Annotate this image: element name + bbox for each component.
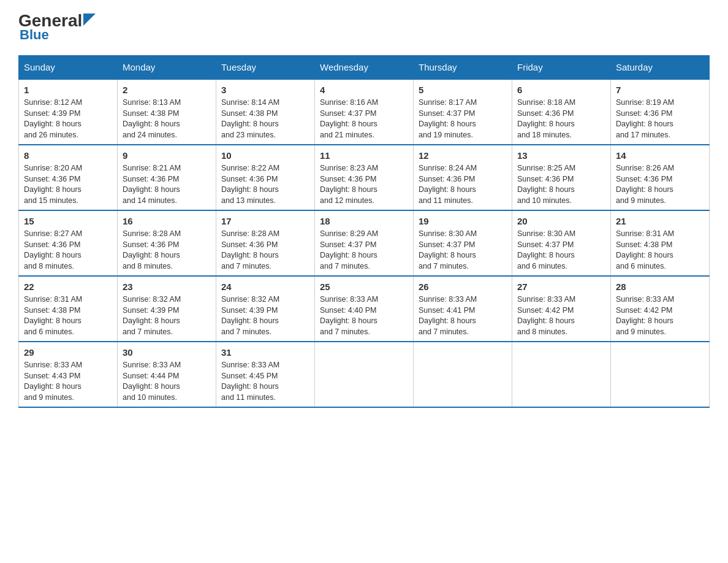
calendar-day-cell: 3Sunrise: 8:14 AMSunset: 4:38 PMDaylight… bbox=[216, 79, 315, 145]
day-info: Sunrise: 8:32 AMSunset: 4:39 PMDaylight:… bbox=[123, 294, 211, 337]
day-number: 26 bbox=[419, 280, 507, 293]
calendar-header-row: Sunday Monday Tuesday Wednesday Thursday… bbox=[19, 56, 710, 80]
calendar-day-cell: 25Sunrise: 8:33 AMSunset: 4:40 PMDayligh… bbox=[315, 276, 414, 342]
page-header: General Blue bbox=[18, 12, 710, 43]
calendar-day-cell: 31Sunrise: 8:33 AMSunset: 4:45 PMDayligh… bbox=[216, 342, 315, 407]
day-info: Sunrise: 8:33 AMSunset: 4:44 PMDaylight:… bbox=[123, 360, 211, 403]
day-number: 12 bbox=[419, 149, 507, 162]
calendar-day-cell bbox=[512, 342, 611, 407]
calendar-day-cell: 27Sunrise: 8:33 AMSunset: 4:42 PMDayligh… bbox=[512, 276, 611, 342]
day-info: Sunrise: 8:33 AMSunset: 4:43 PMDaylight:… bbox=[24, 360, 112, 403]
day-info: Sunrise: 8:33 AMSunset: 4:41 PMDaylight:… bbox=[419, 294, 507, 337]
calendar-day-cell: 16Sunrise: 8:28 AMSunset: 4:36 PMDayligh… bbox=[118, 210, 216, 276]
calendar-day-cell bbox=[414, 342, 512, 407]
col-saturday: Saturday bbox=[611, 56, 710, 80]
calendar-day-cell: 10Sunrise: 8:22 AMSunset: 4:36 PMDayligh… bbox=[216, 145, 315, 210]
calendar-day-cell: 7Sunrise: 8:19 AMSunset: 4:36 PMDaylight… bbox=[611, 79, 710, 145]
calendar-day-cell: 22Sunrise: 8:31 AMSunset: 4:38 PMDayligh… bbox=[19, 276, 118, 342]
day-info: Sunrise: 8:14 AMSunset: 4:38 PMDaylight:… bbox=[221, 98, 309, 140]
day-number: 4 bbox=[320, 83, 408, 96]
calendar-day-cell: 29Sunrise: 8:33 AMSunset: 4:43 PMDayligh… bbox=[19, 342, 118, 407]
calendar-day-cell: 15Sunrise: 8:27 AMSunset: 4:36 PMDayligh… bbox=[19, 210, 118, 276]
day-number: 14 bbox=[616, 149, 704, 162]
calendar-day-cell bbox=[611, 342, 710, 407]
col-sunday: Sunday bbox=[19, 56, 118, 80]
day-info: Sunrise: 8:24 AMSunset: 4:36 PMDaylight:… bbox=[419, 163, 507, 206]
day-info: Sunrise: 8:27 AMSunset: 4:36 PMDaylight:… bbox=[24, 229, 112, 272]
day-info: Sunrise: 8:25 AMSunset: 4:36 PMDaylight:… bbox=[517, 163, 605, 206]
logo-blue-text: Blue bbox=[20, 27, 49, 43]
calendar-day-cell: 5Sunrise: 8:17 AMSunset: 4:37 PMDaylight… bbox=[414, 79, 512, 145]
calendar-day-cell: 23Sunrise: 8:32 AMSunset: 4:39 PMDayligh… bbox=[118, 276, 216, 342]
day-info: Sunrise: 8:28 AMSunset: 4:36 PMDaylight:… bbox=[221, 229, 309, 272]
day-number: 22 bbox=[24, 280, 112, 293]
calendar-week-row: 8Sunrise: 8:20 AMSunset: 4:36 PMDaylight… bbox=[19, 145, 710, 210]
col-monday: Monday bbox=[118, 56, 216, 80]
day-number: 6 bbox=[517, 83, 605, 96]
logo-triangle-icon bbox=[83, 13, 96, 26]
day-number: 23 bbox=[123, 280, 211, 293]
day-number: 19 bbox=[419, 215, 507, 228]
col-thursday: Thursday bbox=[414, 56, 512, 80]
logo: General Blue bbox=[18, 12, 96, 43]
day-info: Sunrise: 8:30 AMSunset: 4:37 PMDaylight:… bbox=[517, 229, 605, 272]
day-number: 24 bbox=[221, 280, 309, 293]
day-info: Sunrise: 8:30 AMSunset: 4:37 PMDaylight:… bbox=[419, 229, 507, 272]
day-info: Sunrise: 8:33 AMSunset: 4:42 PMDaylight:… bbox=[517, 294, 605, 337]
calendar-day-cell: 17Sunrise: 8:28 AMSunset: 4:36 PMDayligh… bbox=[216, 210, 315, 276]
calendar-day-cell: 6Sunrise: 8:18 AMSunset: 4:36 PMDaylight… bbox=[512, 79, 611, 145]
calendar-table: Sunday Monday Tuesday Wednesday Thursday… bbox=[18, 55, 710, 408]
calendar-week-row: 29Sunrise: 8:33 AMSunset: 4:43 PMDayligh… bbox=[19, 342, 710, 407]
calendar-day-cell: 4Sunrise: 8:16 AMSunset: 4:37 PMDaylight… bbox=[315, 79, 414, 145]
day-info: Sunrise: 8:16 AMSunset: 4:37 PMDaylight:… bbox=[320, 98, 408, 140]
calendar-day-cell: 12Sunrise: 8:24 AMSunset: 4:36 PMDayligh… bbox=[414, 145, 512, 210]
day-info: Sunrise: 8:32 AMSunset: 4:39 PMDaylight:… bbox=[221, 294, 309, 337]
calendar-day-cell bbox=[315, 342, 414, 407]
day-info: Sunrise: 8:17 AMSunset: 4:37 PMDaylight:… bbox=[419, 98, 507, 140]
day-info: Sunrise: 8:18 AMSunset: 4:36 PMDaylight:… bbox=[517, 98, 605, 140]
day-info: Sunrise: 8:19 AMSunset: 4:36 PMDaylight:… bbox=[616, 98, 704, 140]
day-number: 27 bbox=[517, 280, 605, 293]
day-info: Sunrise: 8:33 AMSunset: 4:45 PMDaylight:… bbox=[221, 360, 309, 403]
day-number: 29 bbox=[24, 346, 112, 359]
day-number: 13 bbox=[517, 149, 605, 162]
day-number: 21 bbox=[616, 215, 704, 228]
day-info: Sunrise: 8:20 AMSunset: 4:36 PMDaylight:… bbox=[24, 163, 112, 206]
calendar-day-cell: 8Sunrise: 8:20 AMSunset: 4:36 PMDaylight… bbox=[19, 145, 118, 210]
day-number: 5 bbox=[419, 83, 507, 96]
day-number: 20 bbox=[517, 215, 605, 228]
day-number: 11 bbox=[320, 149, 408, 162]
calendar-day-cell: 26Sunrise: 8:33 AMSunset: 4:41 PMDayligh… bbox=[414, 276, 512, 342]
day-info: Sunrise: 8:33 AMSunset: 4:42 PMDaylight:… bbox=[616, 294, 704, 337]
day-number: 2 bbox=[123, 83, 211, 96]
calendar-day-cell: 13Sunrise: 8:25 AMSunset: 4:36 PMDayligh… bbox=[512, 145, 611, 210]
calendar-day-cell: 30Sunrise: 8:33 AMSunset: 4:44 PMDayligh… bbox=[118, 342, 216, 407]
col-friday: Friday bbox=[512, 56, 611, 80]
day-number: 18 bbox=[320, 215, 408, 228]
calendar-day-cell: 18Sunrise: 8:29 AMSunset: 4:37 PMDayligh… bbox=[315, 210, 414, 276]
calendar-week-row: 15Sunrise: 8:27 AMSunset: 4:36 PMDayligh… bbox=[19, 210, 710, 276]
day-info: Sunrise: 8:26 AMSunset: 4:36 PMDaylight:… bbox=[616, 163, 704, 206]
day-number: 28 bbox=[616, 280, 704, 293]
day-info: Sunrise: 8:28 AMSunset: 4:36 PMDaylight:… bbox=[123, 229, 211, 272]
calendar-day-cell: 24Sunrise: 8:32 AMSunset: 4:39 PMDayligh… bbox=[216, 276, 315, 342]
day-number: 16 bbox=[123, 215, 211, 228]
day-info: Sunrise: 8:23 AMSunset: 4:36 PMDaylight:… bbox=[320, 163, 408, 206]
day-info: Sunrise: 8:13 AMSunset: 4:38 PMDaylight:… bbox=[123, 98, 211, 140]
day-number: 9 bbox=[123, 149, 211, 162]
day-info: Sunrise: 8:12 AMSunset: 4:39 PMDaylight:… bbox=[24, 98, 112, 140]
day-info: Sunrise: 8:21 AMSunset: 4:36 PMDaylight:… bbox=[123, 163, 211, 206]
calendar-day-cell: 1Sunrise: 8:12 AMSunset: 4:39 PMDaylight… bbox=[19, 79, 118, 145]
day-number: 31 bbox=[221, 346, 309, 359]
calendar-day-cell: 11Sunrise: 8:23 AMSunset: 4:36 PMDayligh… bbox=[315, 145, 414, 210]
calendar-week-row: 22Sunrise: 8:31 AMSunset: 4:38 PMDayligh… bbox=[19, 276, 710, 342]
day-number: 7 bbox=[616, 83, 704, 96]
col-tuesday: Tuesday bbox=[216, 56, 315, 80]
day-number: 15 bbox=[24, 215, 112, 228]
day-number: 8 bbox=[24, 149, 112, 162]
calendar-day-cell: 19Sunrise: 8:30 AMSunset: 4:37 PMDayligh… bbox=[414, 210, 512, 276]
calendar-week-row: 1Sunrise: 8:12 AMSunset: 4:39 PMDaylight… bbox=[19, 79, 710, 145]
day-info: Sunrise: 8:31 AMSunset: 4:38 PMDaylight:… bbox=[24, 294, 112, 337]
day-number: 1 bbox=[24, 83, 112, 96]
day-number: 3 bbox=[221, 83, 309, 96]
